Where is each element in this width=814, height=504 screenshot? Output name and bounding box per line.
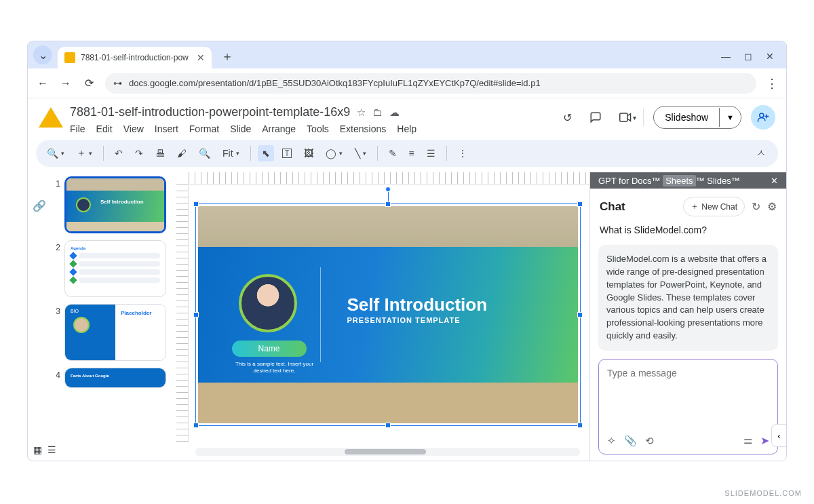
menu-edit[interactable]: Edit <box>96 123 113 134</box>
minimize-icon[interactable]: — <box>721 51 731 62</box>
vertical-ruler <box>176 185 189 442</box>
sidebar-title: GPT for Docs™ Sheets™ Slides™ <box>598 176 740 186</box>
pen-icon[interactable]: ✎ <box>385 145 401 161</box>
link-icon[interactable]: 🔗 <box>33 199 46 212</box>
site-info-icon[interactable]: ⊶ <box>113 78 122 88</box>
side-panel-toggle[interactable]: ‹ <box>771 424 786 447</box>
reload-icon[interactable]: ⟳ <box>82 77 96 90</box>
forward-icon[interactable]: → <box>59 77 73 90</box>
sliders-icon[interactable]: ⚌ <box>743 434 752 447</box>
paint-format-icon[interactable]: 🖌 <box>173 145 191 161</box>
filmstrip: 1 Self Introduction 2 Agenda <box>51 172 176 461</box>
slideshow-dropdown[interactable]: ▼ <box>719 108 741 127</box>
document-title[interactable]: 7881-01-self-introduction-powerpoint-tem… <box>70 105 350 119</box>
chat-history-icon[interactable]: ↻ <box>752 200 760 213</box>
gpt-sidebar: GPT for Docs™ Sheets™ Slides™ ✕ Chat ＋Ne… <box>589 172 786 461</box>
slideshow-label: Slideshow <box>654 106 719 128</box>
menu-extensions[interactable]: Extensions <box>340 123 386 134</box>
slides-logo[interactable] <box>39 105 63 130</box>
tabs-dropdown[interactable]: ⌄ <box>33 45 52 64</box>
maximize-icon[interactable]: ◻ <box>744 51 752 62</box>
menu-help[interactable]: Help <box>397 123 416 134</box>
browser-menu-icon[interactable]: ⋮ <box>766 76 778 91</box>
cloud-status-icon[interactable]: ☁ <box>389 106 400 119</box>
toolbar: 🔍▾ ＋▾ ↶ ↷ 🖶 🖌 🔍 Fit▾ ⬉ 🅃 🖼 ◯▾ ╲▾ ✎ ≡ ☰ ⋮… <box>36 140 778 167</box>
horizontal-ruler <box>189 172 589 185</box>
assistant-answer: SlideModel.com is a website that offers … <box>598 245 778 351</box>
image-icon[interactable]: 🖼 <box>300 145 317 161</box>
chat-heading: Chat <box>600 200 625 214</box>
attach-icon[interactable]: 📎 <box>624 435 637 447</box>
tab-title: 7881-01-self-introduction-pow <box>81 53 189 62</box>
search-menus-icon[interactable]: 🔍▾ <box>43 145 69 161</box>
menu-format[interactable]: Format <box>189 123 219 134</box>
close-window-icon[interactable]: ✕ <box>766 51 774 62</box>
grid-view-icon[interactable]: ▦ <box>33 444 42 455</box>
select-tool-icon[interactable]: ⬉ <box>258 145 274 161</box>
thumb-number: 4 <box>51 368 60 380</box>
textbox-icon[interactable]: 🅃 <box>278 145 296 161</box>
thumbnail-1[interactable]: Self Introduction <box>64 176 166 233</box>
horizontal-scrollbar[interactable] <box>195 448 580 456</box>
move-icon[interactable]: 🗀 <box>372 106 383 119</box>
line-spacing-icon[interactable]: ☰ <box>423 145 440 161</box>
star-icon[interactable]: ☆ <box>357 106 366 119</box>
line-icon[interactable]: ╲▾ <box>351 145 370 161</box>
share-button[interactable] <box>751 105 775 130</box>
collapse-toolbar-icon[interactable]: ㅅ <box>752 144 771 162</box>
menu-insert[interactable]: Insert <box>155 123 178 134</box>
canvas: Self Introduction PRESENTATION TEMPLATE … <box>176 172 589 461</box>
redo-icon[interactable]: ↷ <box>131 145 147 161</box>
speaker-notes-icon[interactable]: ☰ <box>47 444 56 455</box>
menu-slide[interactable]: Slide <box>230 123 251 134</box>
user-question: What is SlideModel.com? <box>590 225 786 245</box>
chat-settings-icon[interactable]: ⚙ <box>767 200 777 213</box>
menu-bar: File Edit View Insert Format Slide Arran… <box>70 123 559 134</box>
thumb-number: 3 <box>51 304 60 316</box>
comments-icon[interactable] <box>585 107 606 128</box>
zoom-icon[interactable]: 🔍 <box>195 145 214 161</box>
browser-window: ⌄ 7881-01-self-introduction-pow ✕ ＋ — ◻ … <box>27 41 787 461</box>
left-rail: 🔗 <box>28 172 51 461</box>
url-input[interactable]: ⊶ docs.google.com/presentation/d/1pBE_55… <box>105 73 756 94</box>
thumb-number: 2 <box>51 240 60 252</box>
menu-view[interactable]: View <box>123 123 144 134</box>
browser-tab[interactable]: 7881-01-self-introduction-pow ✕ <box>58 47 212 69</box>
slides-favicon <box>64 52 75 63</box>
meet-icon[interactable]: ▾ <box>615 109 644 126</box>
new-chat-button[interactable]: ＋New Chat <box>683 197 745 216</box>
menu-tools[interactable]: Tools <box>307 123 329 134</box>
zoom-dropdown[interactable]: Fit▾ <box>218 145 244 161</box>
new-slide-icon[interactable]: ＋▾ <box>73 144 96 162</box>
menu-arrange[interactable]: Arrange <box>262 123 296 134</box>
send-icon[interactable]: ➤ <box>760 434 769 447</box>
print-icon[interactable]: 🖶 <box>151 145 169 161</box>
slideshow-button[interactable]: Slideshow ▼ <box>653 106 741 129</box>
selection-box <box>195 203 581 426</box>
chat-input[interactable] <box>599 360 777 427</box>
thumbnail-3[interactable]: BIO Placeholder <box>64 304 166 361</box>
address-bar: ← → ⟳ ⊶ docs.google.com/presentation/d/1… <box>28 69 786 98</box>
app-header: 7881-01-self-introduction-powerpoint-tem… <box>28 98 786 134</box>
thumbnail-2[interactable]: Agenda <box>64 240 166 297</box>
menu-file[interactable]: File <box>70 123 85 134</box>
refresh-icon[interactable]: ⟲ <box>645 435 654 447</box>
browser-tabs-bar: ⌄ 7881-01-self-introduction-pow ✕ ＋ — ◻ … <box>28 41 786 69</box>
history-icon[interactable]: ↺ <box>559 107 576 128</box>
magic-icon[interactable]: ✧ <box>607 435 616 447</box>
more-tools-icon[interactable]: ⋮ <box>454 145 471 161</box>
align-icon[interactable]: ≡ <box>405 145 419 161</box>
undo-icon[interactable]: ↶ <box>111 145 127 161</box>
back-icon[interactable]: ← <box>36 77 50 90</box>
watermark: SLIDEMODEL.COM <box>724 489 802 497</box>
svg-rect-0 <box>620 113 627 121</box>
close-tab-icon[interactable]: ✕ <box>197 52 205 63</box>
thumbnail-4[interactable]: Facts About Google <box>64 368 166 388</box>
work-area: 🔗 1 Self Introduction 2 Agenda <box>28 172 786 461</box>
sidebar-close-icon[interactable]: ✕ <box>771 176 778 186</box>
sidebar-title-bar: GPT for Docs™ Sheets™ Slides™ ✕ <box>590 172 786 189</box>
slide-1[interactable]: Self Introduction PRESENTATION TEMPLATE … <box>198 206 578 423</box>
view-mode-buttons: ▦ ☰ <box>33 444 56 455</box>
new-tab-button[interactable]: ＋ <box>217 48 237 64</box>
shape-icon[interactable]: ◯▾ <box>322 145 347 161</box>
